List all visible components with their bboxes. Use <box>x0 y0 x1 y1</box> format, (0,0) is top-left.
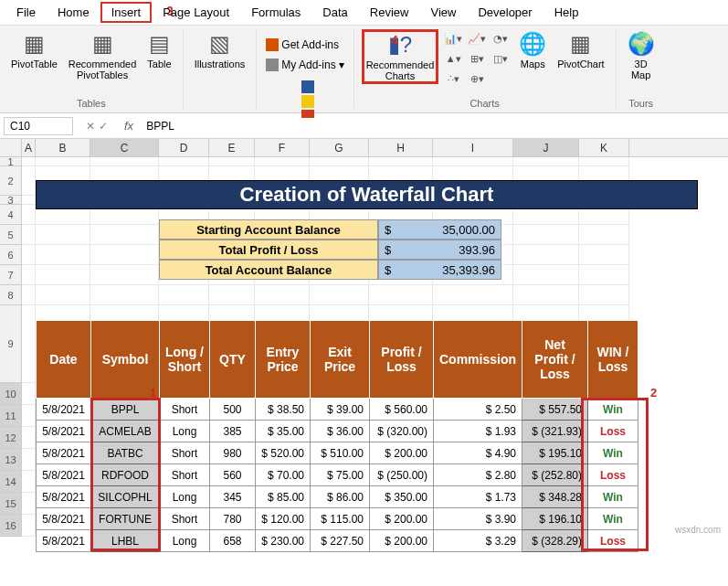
row-header-2[interactable]: 2 <box>0 166 22 196</box>
map-chart-icon[interactable]: ⊕▾ <box>466 69 488 88</box>
cell-comm[interactable]: $ 1.73 <box>434 486 522 508</box>
row-header-5[interactable]: 5 <box>0 225 22 245</box>
cell-qty[interactable]: 500 <box>210 399 256 421</box>
recommended-pivot-button[interactable]: ▦ Recommended PivotTables <box>65 29 141 82</box>
cell-date[interactable]: 5/8/2021 <box>37 399 91 421</box>
menu-home[interactable]: Home <box>47 2 100 23</box>
cell-wl[interactable]: Loss <box>588 464 638 486</box>
select-all[interactable] <box>0 139 22 156</box>
cell-exit[interactable]: $ 227.50 <box>311 530 370 552</box>
cell-entry[interactable]: $ 35.00 <box>256 421 311 442</box>
cell-comm[interactable]: $ 2.80 <box>434 464 522 486</box>
cell-pl[interactable]: $ (320.00) <box>370 421 434 442</box>
bing-icon[interactable] <box>301 95 314 108</box>
menu-page-layout[interactable]: Page Layout <box>152 2 240 23</box>
cell-comm[interactable]: $ 2.50 <box>434 399 522 421</box>
cell-wl[interactable]: Win <box>588 508 638 530</box>
combo-chart-icon[interactable]: ◫▾ <box>490 49 512 68</box>
row-header-12[interactable]: 12 <box>0 427 22 449</box>
pivotchart-button[interactable]: ▦ PivotChart <box>554 29 607 71</box>
cell-ls[interactable]: Short <box>160 399 210 421</box>
cell-symbol[interactable]: BATBC <box>91 442 160 464</box>
menu-help[interactable]: Help <box>543 2 590 23</box>
cell-comm[interactable]: $ 3.90 <box>434 508 522 530</box>
cell-qty[interactable]: 385 <box>210 421 256 442</box>
cancel-icon[interactable]: ✕ <box>86 120 95 133</box>
cell-wl[interactable]: Win <box>588 442 638 464</box>
menu-data[interactable]: Data <box>311 2 358 23</box>
col-k[interactable]: K <box>579 139 629 156</box>
cell-ls[interactable]: Short <box>160 464 210 486</box>
cell-date[interactable]: 5/8/2021 <box>37 508 91 530</box>
fx-label[interactable]: fx <box>117 119 141 133</box>
cell-symbol[interactable]: SILCOPHL <box>91 486 160 508</box>
cell-symbol[interactable]: LHBL <box>91 530 160 552</box>
scatter-chart-icon[interactable]: ∴▾ <box>442 69 464 88</box>
recommended-charts-button[interactable]: ▮? Recommended Charts <box>362 29 439 84</box>
cell-ls[interactable]: Short <box>160 508 210 530</box>
statistic-chart-icon[interactable]: ⊞▾ <box>466 49 488 68</box>
col-a[interactable]: A <box>22 139 36 156</box>
cell-symbol[interactable]: ACMELAB <box>91 421 160 442</box>
col-i[interactable]: I <box>433 139 513 156</box>
row-header-8[interactable]: 8 <box>0 285 22 305</box>
cell-comm[interactable]: $ 4.90 <box>434 442 522 464</box>
menu-view[interactable]: View <box>419 2 467 23</box>
cell-npl[interactable]: $ 196.10 <box>522 508 588 530</box>
cell-comm[interactable]: $ 1.93 <box>434 421 522 442</box>
row-header-6[interactable]: 6 <box>0 245 22 265</box>
cell-exit[interactable]: $ 36.00 <box>311 421 370 442</box>
row-header-7[interactable]: 7 <box>0 265 22 285</box>
row-header-14[interactable]: 14 <box>0 471 22 493</box>
cell-npl[interactable]: $ 195.10 <box>522 442 588 464</box>
col-c[interactable]: C <box>90 139 159 156</box>
enter-icon[interactable]: ✓ <box>99 120 108 133</box>
col-d[interactable]: D <box>159 139 209 156</box>
row-header-1[interactable]: 1 <box>0 157 22 166</box>
cell-qty[interactable]: 560 <box>210 464 256 486</box>
cell-ls[interactable]: Short <box>160 442 210 464</box>
cell-wl[interactable]: Loss <box>588 530 638 552</box>
cell-pl[interactable]: $ 200.00 <box>370 508 434 530</box>
row-header-16[interactable]: 16 <box>0 515 22 537</box>
cell-symbol[interactable]: FORTUNE <box>91 508 160 530</box>
cell-exit[interactable]: $ 75.00 <box>311 464 370 486</box>
menu-formulas[interactable]: Formulas <box>240 2 311 23</box>
cell-date[interactable]: 5/8/2021 <box>37 486 91 508</box>
name-box[interactable] <box>4 117 73 135</box>
3dmap-button[interactable]: 🌍 3D Map <box>624 29 659 82</box>
col-f[interactable]: F <box>255 139 310 156</box>
cell-entry[interactable]: $ 520.00 <box>256 442 311 464</box>
get-addins-button[interactable]: Get Add-ins <box>264 37 341 53</box>
my-addins-button[interactable]: My Add-ins ▾ <box>264 57 345 73</box>
row-header-9[interactable]: 9 <box>0 305 22 383</box>
cell-npl[interactable]: $ (328.29) <box>522 530 588 552</box>
visio-icon[interactable] <box>301 80 314 93</box>
menu-review[interactable]: Review <box>359 2 420 23</box>
grid[interactable]: 12345678910111213141516 Creation of Wate… <box>0 157 728 537</box>
cell-wl[interactable]: Win <box>588 399 638 421</box>
cell-npl[interactable]: $ 557.50 <box>522 399 588 421</box>
cell-date[interactable]: 5/8/2021 <box>37 530 91 552</box>
column-chart-icon[interactable]: 📊▾ <box>442 29 464 48</box>
cell-symbol[interactable]: RDFOOD <box>91 464 160 486</box>
row-header-3[interactable]: 3 <box>0 196 22 205</box>
row-header-15[interactable]: 15 <box>0 493 22 515</box>
cell-date[interactable]: 5/8/2021 <box>37 464 91 486</box>
cell-exit[interactable]: $ 510.00 <box>311 442 370 464</box>
table-button[interactable]: ▤ Table <box>143 29 174 71</box>
cell-pl[interactable]: $ 560.00 <box>370 399 434 421</box>
menu-developer[interactable]: Developer <box>467 2 543 23</box>
cell-qty[interactable]: 980 <box>210 442 256 464</box>
col-g[interactable]: G <box>310 139 369 156</box>
cell-entry[interactable]: $ 38.50 <box>256 399 311 421</box>
cell-date[interactable]: 5/8/2021 <box>37 421 91 442</box>
cell-entry[interactable]: $ 85.00 <box>256 486 311 508</box>
line-chart-icon[interactable]: 📈▾ <box>466 29 488 48</box>
cell-entry[interactable]: $ 230.00 <box>256 530 311 552</box>
col-j[interactable]: J <box>513 139 579 156</box>
cell-ls[interactable]: Long <box>160 530 210 552</box>
col-b[interactable]: B <box>36 139 90 156</box>
cell-wl[interactable]: Loss <box>588 421 638 442</box>
menu-insert[interactable]: Insert <box>100 2 153 23</box>
